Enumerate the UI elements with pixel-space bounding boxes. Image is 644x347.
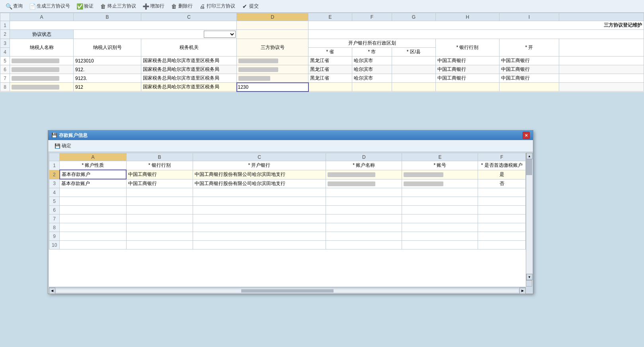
query-button[interactable]: 🔍 查询 [3, 2, 25, 10]
hscroll-thumb[interactable] [241, 289, 334, 292]
modal-data-row-3: 3 基本存款账户 中国工商银行 中国工商银行股份有限公司哈尔滨田地支行 否 [49, 179, 526, 188]
row8-col-e[interactable] [308, 83, 352, 92]
add-row-button[interactable]: ➕ 增加行 [140, 2, 167, 10]
row6-more [559, 65, 644, 74]
row6-col-d[interactable] [237, 65, 308, 74]
row6-col-c[interactable]: 国家税务总局哈尔滨市道里区税务局 [141, 65, 237, 74]
modal-row3-col-b[interactable]: 中国工商银行 [126, 179, 193, 188]
data-row-7: 7 9123. 国家税务总局哈尔滨市道里区税务局 黑龙江省 哈尔滨市 中国工商银… [0, 74, 644, 83]
row5-col-i[interactable]: 中国工商银行 [500, 57, 559, 65]
modal-row2-col-d[interactable] [326, 170, 402, 179]
modal-row2-col-b[interactable]: 中国工商银行 [126, 170, 193, 179]
row5-more [559, 57, 644, 65]
modal-body: A B C D E F 1 * 账户性质 * 银行行别 [48, 152, 533, 287]
row5-col-h[interactable]: 中国工商银行 [436, 57, 500, 65]
modal-close-button[interactable]: ✕ [523, 132, 530, 139]
validate-button[interactable]: ✅ 验证 [74, 2, 96, 10]
row6-col-f[interactable]: 哈尔滨市 [352, 65, 392, 74]
row6-col-e[interactable]: 黑龙江省 [308, 65, 352, 74]
row7-col-g[interactable] [392, 74, 436, 83]
row5-col-f[interactable]: 哈尔滨市 [352, 57, 392, 65]
row5-col-c[interactable]: 国家税务总局哈尔滨市道里区税务局 [141, 57, 237, 65]
generate-button[interactable]: 📄 生成三方协议号 [27, 2, 72, 10]
delete-row-button[interactable]: 🗑 删除行 [168, 2, 195, 10]
modal-confirm-button[interactable]: 💾 确定 [51, 142, 74, 150]
vscroll-track [526, 159, 532, 274]
row8-col-b[interactable]: 912 [74, 83, 141, 92]
scroll-left-button[interactable]: ◀ [49, 288, 55, 294]
row8-col-h[interactable] [436, 83, 500, 92]
row8-col-f[interactable] [352, 83, 392, 92]
delete-row-icon: 🗑 [171, 3, 177, 10]
row8-col-d[interactable] [237, 83, 308, 92]
row5-col-e[interactable]: 黑龙江省 [308, 57, 352, 65]
status-select[interactable] [204, 31, 236, 38]
row7-col-i[interactable]: 中国工商银行 [500, 74, 559, 83]
row8-col-d-input[interactable] [237, 84, 308, 91]
row1-d [237, 21, 308, 30]
scroll-up-button[interactable]: ▲ [526, 153, 533, 159]
modal-row2-col-e[interactable] [402, 170, 478, 179]
row7-col-d[interactable] [237, 74, 308, 83]
modal-vscrollbar[interactable]: ▲ ▼ [526, 153, 532, 280]
vscroll-thumb[interactable] [526, 159, 532, 175]
modal-data-row-2: 2 基本存款账户 中国工商银行 中国工商银行股份有限公司哈尔滨田地支行 是 [49, 170, 526, 179]
modal-empty-row-6: 6 [49, 206, 526, 214]
row-1: 1 三方协议登记维护 [0, 21, 644, 30]
modal-titlebar: 💾 存款账户信息 ✕ [48, 131, 533, 140]
modal-header-col-e: * 账号 [402, 161, 478, 170]
row6-col-g[interactable] [392, 65, 436, 74]
col-header-c: C [141, 13, 237, 21]
terminate-icon: 🗑 [100, 3, 106, 10]
modal-row3-col-a[interactable]: 基本存款账户 [60, 179, 126, 188]
main-area: A B C D E F G H I 1 三方协议登记维护 2 [0, 13, 644, 347]
header-tax-bureau: 税务机关 [141, 39, 237, 57]
row7-col-b[interactable]: 9123. [74, 74, 141, 83]
submit-button[interactable]: ✔ 提交 [239, 2, 261, 10]
row6-col-b[interactable]: 912. [74, 65, 141, 74]
print-button[interactable]: 🖨 打印三方协议 [197, 2, 238, 10]
row6-col-i[interactable]: 中国工商银行 [500, 65, 559, 74]
row5-col-b[interactable]: 9123010 [74, 57, 141, 65]
row8-col-g[interactable] [392, 83, 436, 92]
col-header-b: B [74, 13, 141, 21]
modal-row2-col-a[interactable]: 基本存款账户 [60, 170, 126, 179]
row8-col-c[interactable]: 国家税务总局哈尔滨市道里区税务局 [141, 83, 237, 92]
add-row-icon: ➕ [142, 3, 149, 10]
col-header-h: H [436, 13, 500, 21]
print-icon: 🖨 [199, 3, 205, 10]
modal-toolbar: 💾 确定 [48, 140, 533, 152]
modal-hscrollbar[interactable]: ◀ ▶ [49, 287, 526, 294]
modal-empty-row-5: 5 [49, 197, 526, 206]
row5-col-d[interactable] [237, 57, 308, 65]
row7-col-f[interactable]: 哈尔滨市 [352, 74, 392, 83]
modal-row3-col-f[interactable]: 否 [478, 179, 526, 188]
modal-row3-col-e[interactable] [402, 179, 478, 188]
status-dropdown-cell[interactable] [74, 30, 237, 39]
row7-col-e[interactable]: 黑龙江省 [308, 74, 352, 83]
row7-col-c[interactable]: 国家税务总局哈尔滨市道里区税务局 [141, 74, 237, 83]
modal-row3-col-d[interactable] [326, 179, 402, 188]
row7-col-h[interactable]: 中国工商银行 [436, 74, 500, 83]
row-2: 2 协议状态 [0, 30, 644, 39]
modal-row3-col-c[interactable]: 中国工商银行股份有限公司哈尔滨田地支行 [193, 179, 326, 188]
row8-col-a[interactable] [10, 83, 74, 92]
modal-col-c-header: C [193, 153, 326, 161]
status-label: 协议状态 [10, 30, 74, 39]
terminate-button[interactable]: 🗑 终止三方协议 [98, 2, 139, 10]
col-header-g: G [392, 13, 436, 21]
row8-col-i[interactable] [500, 83, 559, 92]
modal-row-num-1: 1 [49, 161, 60, 170]
row6-col-h[interactable]: 中国工商银行 [436, 65, 500, 74]
row5-col-g[interactable] [392, 57, 436, 65]
scroll-down-button[interactable]: ▼ [526, 274, 533, 280]
modal-row-num-8: 8 [49, 223, 60, 232]
scroll-right-button[interactable]: ▶ [519, 288, 526, 294]
main-spreadsheet: A B C D E F G H I 1 三方协议登记维护 2 [0, 13, 644, 92]
modal-row2-col-f[interactable]: 是 [478, 170, 526, 179]
modal-row2-col-c[interactable]: 中国工商银行股份有限公司哈尔滨田地支行 [193, 170, 326, 179]
modal-row-num-10: 10 [49, 241, 60, 250]
row7-col-a[interactable] [10, 74, 74, 83]
row6-col-a[interactable] [10, 65, 74, 74]
row5-col-a[interactable] [10, 57, 74, 65]
